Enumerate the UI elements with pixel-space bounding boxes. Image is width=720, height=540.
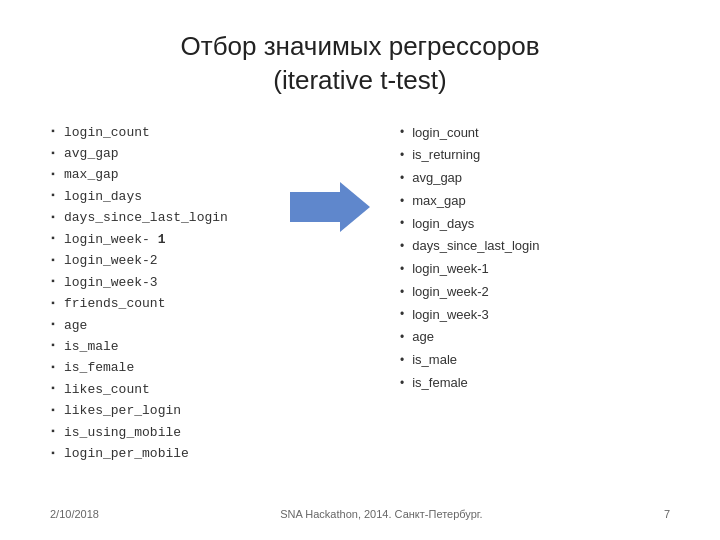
right-list-item: login_week-3 (400, 304, 670, 327)
arrow-icon (290, 182, 370, 232)
left-list-item: login_per_mobile (50, 443, 270, 464)
left-list-item: login_week-1 (50, 229, 270, 250)
left-list-item: is_male (50, 336, 270, 357)
right-list-item: login_week-2 (400, 281, 670, 304)
left-list-item: likes_count (50, 379, 270, 400)
left-list-item: is_female (50, 357, 270, 378)
left-list-item: likes_per_login (50, 400, 270, 421)
right-list-item: days_since_last_login (400, 235, 670, 258)
left-list-item: login_count (50, 122, 270, 143)
slide-title: Отбор значимых регрессоров (iterative t-… (50, 30, 670, 98)
right-list-item: is_returning (400, 144, 670, 167)
left-list-item: is_using_mobile (50, 422, 270, 443)
footer-center-text: SNA Hackathon, 2014. Санкт-Петербург. (99, 508, 664, 520)
footer-page: 7 (664, 508, 670, 520)
right-list-item: age (400, 326, 670, 349)
right-list-item: login_days (400, 213, 670, 236)
left-list-item: days_since_last_login (50, 207, 270, 228)
title-line1: Отбор значимых регрессоров (181, 31, 540, 61)
left-list-item: max_gap (50, 164, 270, 185)
right-list-item: max_gap (400, 190, 670, 213)
right-list-item: is_female (400, 372, 670, 395)
footer-date: 2/10/2018 (50, 508, 99, 520)
footer: 2/10/2018 SNA Hackathon, 2014. Санкт-Пет… (50, 500, 670, 520)
right-list-item: login_week-1 (400, 258, 670, 281)
left-list: login_countavg_gapmax_gaplogin_daysdays_… (50, 122, 270, 465)
left-list-item: login_days (50, 186, 270, 207)
left-list-item: login_week-2 (50, 250, 270, 271)
right-list-item: is_male (400, 349, 670, 372)
left-list-item: friends_count (50, 293, 270, 314)
content-area: login_countavg_gapmax_gaplogin_daysdays_… (50, 122, 670, 500)
left-list-item: age (50, 315, 270, 336)
right-list-item: login_count (400, 122, 670, 145)
left-list-item: login_week-3 (50, 272, 270, 293)
slide: Отбор значимых регрессоров (iterative t-… (0, 0, 720, 540)
right-list: login_countis_returningavg_gapmax_gaplog… (390, 122, 670, 395)
arrow-area (270, 122, 390, 232)
right-list-item: avg_gap (400, 167, 670, 190)
title-line2: (iterative t-test) (273, 65, 446, 95)
svg-marker-0 (290, 182, 370, 232)
left-list-item: avg_gap (50, 143, 270, 164)
